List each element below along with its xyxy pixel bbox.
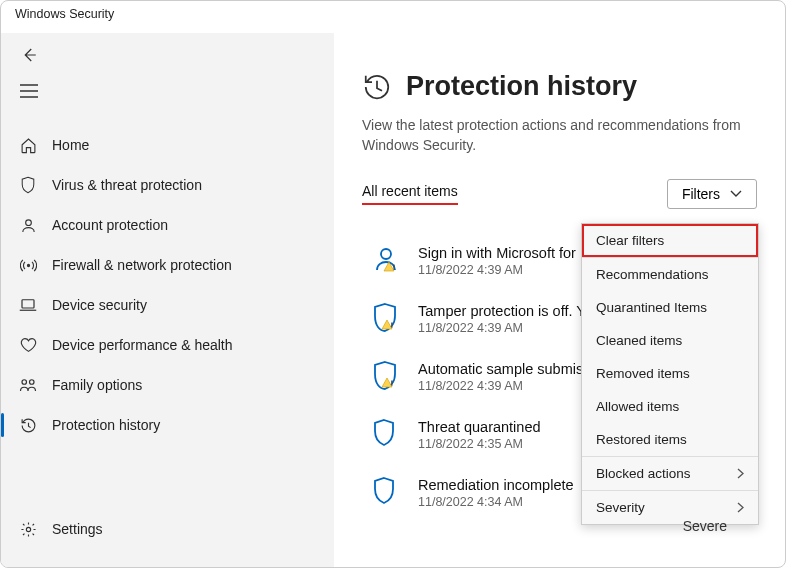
svg-rect-2	[22, 300, 34, 308]
sidebar-item-account[interactable]: Account protection	[1, 205, 334, 245]
filters-button[interactable]: Filters	[667, 179, 757, 209]
svg-rect-7	[393, 265, 394, 268]
sidebar-item-label: Device security	[52, 297, 147, 313]
back-button[interactable]	[11, 37, 59, 73]
laptop-icon	[19, 296, 37, 314]
hamburger-button[interactable]	[11, 73, 59, 109]
gear-icon	[19, 520, 37, 538]
item-title: Threat quarantined	[418, 419, 541, 435]
page-subtitle: View the latest protection actions and r…	[362, 116, 742, 155]
menu-label: Blocked actions	[596, 466, 691, 481]
svg-point-6	[381, 249, 391, 259]
sidebar-item-label: Settings	[52, 521, 103, 537]
sidebar-item-performance[interactable]: Device performance & health	[1, 325, 334, 365]
shield-icon	[19, 176, 37, 194]
svg-rect-9	[391, 323, 392, 326]
sidebar-item-label: Device performance & health	[52, 337, 233, 353]
history-icon	[19, 416, 37, 434]
sidebar-item-home[interactable]: Home	[1, 125, 334, 165]
home-icon	[19, 136, 37, 154]
item-date: 11/8/2022 4:39 AM	[418, 321, 586, 335]
item-date: 11/8/2022 4:34 AM	[418, 495, 574, 509]
sidebar-item-label: Protection history	[52, 417, 160, 433]
menu-cleaned[interactable]: Cleaned items	[582, 324, 758, 357]
main-content: Protection history View the latest prote…	[334, 33, 785, 567]
item-date: 11/8/2022 4:35 AM	[418, 437, 541, 451]
sidebar-item-device-security[interactable]: Device security	[1, 285, 334, 325]
item-title: Tamper protection is off. Y	[418, 303, 586, 319]
sidebar-item-history[interactable]: Protection history	[1, 405, 334, 445]
chevron-right-icon	[737, 468, 744, 479]
item-title: Automatic sample submis	[418, 361, 583, 377]
menu-severity[interactable]: Severity	[582, 491, 758, 524]
page-title: Protection history	[406, 71, 637, 102]
heart-icon	[19, 336, 37, 354]
menu-quarantined[interactable]: Quarantined Items	[582, 291, 758, 324]
severity-label: Severe	[683, 518, 727, 534]
sidebar: Home Virus & threat protection Account p…	[1, 33, 334, 567]
sidebar-item-virus[interactable]: Virus & threat protection	[1, 165, 334, 205]
svg-point-1	[27, 264, 29, 266]
menu-allowed[interactable]: Allowed items	[582, 390, 758, 423]
svg-rect-11	[391, 381, 392, 384]
menu-clear-filters[interactable]: Clear filters	[582, 224, 758, 257]
svg-point-0	[25, 219, 31, 225]
menu-restored[interactable]: Restored items	[582, 423, 758, 456]
sidebar-item-label: Family options	[52, 377, 142, 393]
shield-icon	[372, 477, 400, 505]
all-recent-link[interactable]: All recent items	[362, 183, 458, 205]
item-date: 11/8/2022 4:39 AM	[418, 379, 583, 393]
sidebar-item-label: Account protection	[52, 217, 168, 233]
shield-warning-icon	[372, 303, 400, 331]
account-warning-icon	[372, 245, 400, 273]
shield-icon	[372, 419, 400, 447]
chevron-right-icon	[737, 502, 744, 513]
svg-rect-8	[393, 269, 394, 270]
menu-recommendations[interactable]: Recommendations	[582, 258, 758, 291]
svg-point-5	[26, 527, 30, 531]
item-title: Sign in with Microsoft for	[418, 245, 576, 261]
antenna-icon	[19, 256, 37, 274]
filters-label: Filters	[682, 186, 720, 202]
window-title: Windows Security	[1, 1, 785, 33]
sidebar-item-family[interactable]: Family options	[1, 365, 334, 405]
sidebar-item-settings[interactable]: Settings	[1, 509, 334, 549]
history-icon-large	[362, 72, 392, 102]
shield-warning-icon	[372, 361, 400, 389]
sidebar-item-label: Firewall & network protection	[52, 257, 232, 273]
menu-removed[interactable]: Removed items	[582, 357, 758, 390]
svg-rect-12	[391, 385, 392, 386]
chevron-down-icon	[730, 190, 742, 198]
sidebar-item-firewall[interactable]: Firewall & network protection	[1, 245, 334, 285]
menu-label: Severity	[596, 500, 645, 515]
item-date: 11/8/2022 4:39 AM	[418, 263, 576, 277]
svg-point-3	[22, 380, 27, 385]
menu-blocked-actions[interactable]: Blocked actions	[582, 457, 758, 490]
item-title: Remediation incomplete	[418, 477, 574, 493]
svg-point-4	[30, 380, 35, 385]
sidebar-item-label: Virus & threat protection	[52, 177, 202, 193]
family-icon	[19, 376, 37, 394]
account-icon	[19, 216, 37, 234]
filters-dropdown: Clear filters Recommendations Quarantine…	[581, 223, 759, 525]
sidebar-item-label: Home	[52, 137, 89, 153]
svg-rect-10	[391, 327, 392, 328]
